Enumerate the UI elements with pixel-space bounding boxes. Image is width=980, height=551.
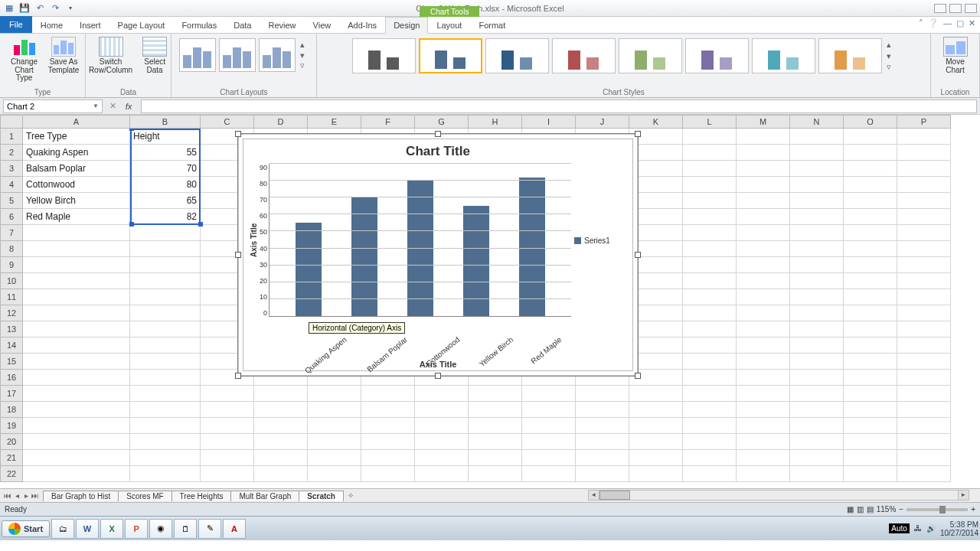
row-header[interactable]: 17 <box>0 386 23 402</box>
cell[interactable] <box>308 450 361 466</box>
tray-network-icon[interactable]: 🖧 <box>914 524 922 533</box>
cell[interactable] <box>790 434 844 450</box>
cell[interactable] <box>737 241 790 257</box>
cell[interactable] <box>844 257 897 273</box>
cell[interactable]: Height <box>130 129 201 145</box>
cell[interactable] <box>844 418 897 434</box>
col-header-j[interactable]: J <box>576 115 629 129</box>
cell[interactable] <box>522 450 576 466</box>
cell[interactable] <box>361 418 415 434</box>
undo-icon[interactable]: ↶ <box>34 2 46 15</box>
cell[interactable] <box>844 225 897 241</box>
change-chart-type-button[interactable]: Change Chart Type <box>5 35 44 84</box>
zoom-slider[interactable] <box>906 508 968 511</box>
cell[interactable] <box>576 386 629 402</box>
cell[interactable] <box>308 418 361 434</box>
cell[interactable] <box>683 145 737 161</box>
cell[interactable] <box>23 241 130 257</box>
row-header[interactable]: 22 <box>0 466 23 482</box>
formula-input[interactable] <box>141 99 977 113</box>
cell[interactable] <box>308 434 361 450</box>
cell[interactable] <box>737 209 790 225</box>
cell[interactable] <box>897 418 951 434</box>
cell[interactable] <box>790 177 844 193</box>
cell[interactable] <box>897 337 951 354</box>
tab-file[interactable]: File <box>0 16 32 33</box>
cell[interactable] <box>23 370 130 386</box>
start-button[interactable]: Start <box>2 520 50 537</box>
cell[interactable] <box>683 225 737 241</box>
row-header[interactable]: 6 <box>0 209 23 225</box>
cell[interactable] <box>897 145 951 161</box>
cell[interactable] <box>790 209 844 225</box>
grid-body[interactable]: Chart Title Axis Title 90807060504030201… <box>0 129 980 488</box>
cell[interactable] <box>683 289 737 305</box>
cell[interactable] <box>130 225 201 241</box>
cell[interactable] <box>201 402 254 418</box>
chart-resize-handle[interactable] <box>635 373 641 379</box>
cell[interactable] <box>683 450 737 466</box>
chart-layout-3[interactable] <box>259 38 296 72</box>
cell[interactable] <box>897 273 951 289</box>
chart-bar[interactable] <box>407 181 433 316</box>
cell[interactable] <box>844 273 897 289</box>
cell[interactable] <box>897 257 951 273</box>
tab-design[interactable]: Design <box>385 17 428 34</box>
col-header-n[interactable]: N <box>790 115 844 129</box>
cell[interactable] <box>23 305 130 321</box>
cell[interactable] <box>683 321 737 337</box>
cell[interactable] <box>522 418 576 434</box>
chart-style-5[interactable] <box>619 38 682 73</box>
chart-bar[interactable] <box>519 178 545 316</box>
cell[interactable] <box>308 402 361 418</box>
cell[interactable] <box>469 402 522 418</box>
cell[interactable] <box>737 337 790 354</box>
cell[interactable] <box>683 305 737 321</box>
tab-view[interactable]: View <box>305 16 340 33</box>
cell[interactable] <box>844 241 897 257</box>
cell[interactable] <box>469 418 522 434</box>
row-header[interactable]: 20 <box>0 434 23 450</box>
cell[interactable] <box>844 370 897 386</box>
cell[interactable] <box>683 370 737 386</box>
cell[interactable] <box>130 402 201 418</box>
cell[interactable] <box>737 402 790 418</box>
cell[interactable] <box>683 193 737 209</box>
chart-style-1[interactable] <box>352 38 416 73</box>
qat-customize-icon[interactable]: ▾ <box>64 2 77 15</box>
cell[interactable] <box>23 257 130 273</box>
cell[interactable] <box>522 466 576 482</box>
cell[interactable] <box>790 386 844 402</box>
cell[interactable] <box>254 450 308 466</box>
cell[interactable] <box>23 337 130 354</box>
chart-bar[interactable] <box>463 206 489 316</box>
select-data-button[interactable]: Select Data <box>139 35 171 76</box>
col-header-p[interactable]: P <box>897 115 951 129</box>
cell[interactable] <box>844 466 897 482</box>
cell[interactable] <box>737 434 790 450</box>
col-header-d[interactable]: D <box>254 115 308 129</box>
tab-insert[interactable]: Insert <box>71 16 109 33</box>
cell[interactable] <box>308 466 361 482</box>
cell[interactable] <box>844 177 897 193</box>
cell[interactable] <box>683 129 737 145</box>
zoom-out-icon[interactable]: − <box>899 505 903 514</box>
cell[interactable] <box>844 386 897 402</box>
view-normal-icon[interactable]: ▦ <box>847 505 854 514</box>
cell[interactable] <box>130 466 201 482</box>
workbook-close-icon[interactable]: ✕ <box>969 18 975 28</box>
cell[interactable] <box>790 466 844 482</box>
chart-style-4[interactable] <box>552 38 616 73</box>
cell[interactable] <box>361 466 415 482</box>
row-header[interactable]: 18 <box>0 402 23 418</box>
move-chart-button[interactable]: Move Chart <box>939 35 972 76</box>
chart-bar[interactable] <box>296 223 322 316</box>
restore-button[interactable] <box>949 4 962 13</box>
cell[interactable] <box>576 402 629 418</box>
workbook-restore-icon[interactable]: ▢ <box>956 18 964 28</box>
cell[interactable]: 80 <box>130 177 201 193</box>
cell[interactable]: Quaking Aspen <box>23 145 130 161</box>
cell[interactable] <box>201 434 254 450</box>
embedded-chart[interactable]: Chart Title Axis Title 90807060504030201… <box>237 133 639 377</box>
cell[interactable] <box>790 418 844 434</box>
